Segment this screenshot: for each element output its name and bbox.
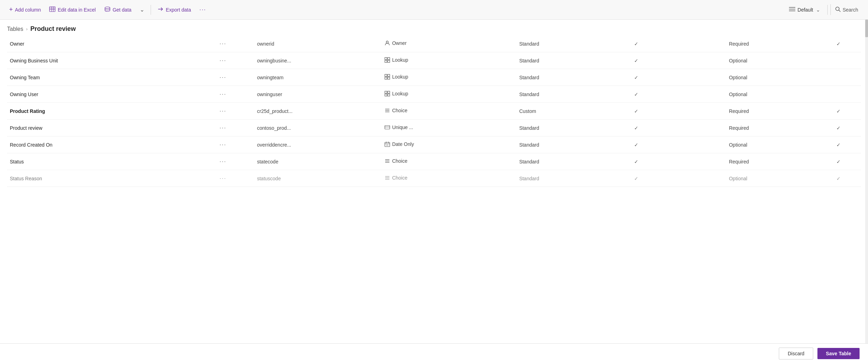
type-label: Lookup (392, 57, 408, 63)
required-status: Optional (729, 58, 747, 63)
breadcrumb-tables-link[interactable]: Tables (7, 26, 23, 32)
table-row: Status Reason ··· statuscode Choice Stan… (7, 170, 861, 187)
column-name: Product review (10, 125, 42, 131)
data-type: Lookup (384, 74, 408, 80)
row-menu-button[interactable]: ··· (219, 108, 226, 114)
add-column-button[interactable]: + Add column (6, 4, 44, 15)
searchable-check: ✓ (634, 58, 638, 63)
row-menu-button[interactable]: ··· (219, 74, 226, 80)
breadcrumb-separator: › (26, 26, 27, 32)
category: Standard (519, 92, 539, 97)
required-check: ✓ (836, 108, 841, 114)
export-data-label: Export data (166, 7, 191, 13)
table-row: Owning Team ··· owningteam Lookup Standa… (7, 69, 861, 86)
svg-rect-20 (385, 91, 387, 93)
type-label: Owner (392, 40, 407, 46)
type-label: Choice (392, 108, 408, 113)
scroll-bar[interactable] (865, 20, 868, 343)
row-menu-button[interactable]: ··· (219, 58, 226, 63)
svg-line-10 (839, 10, 840, 12)
discard-button[interactable]: Discard (779, 348, 813, 359)
dropdown-button[interactable]: ⌄ (136, 4, 148, 15)
export-data-button[interactable]: Export data (154, 4, 195, 15)
toolbar-right: Default ⌄ Search (785, 4, 862, 15)
default-view-button[interactable]: Default ⌄ (785, 5, 824, 15)
logical-name: overriddencre... (257, 142, 291, 148)
search-icon (835, 6, 841, 13)
column-name: Owning Business Unit (10, 58, 58, 63)
category: Standard (519, 75, 539, 80)
menu-lines-icon (789, 7, 795, 13)
empty-col (666, 52, 726, 69)
searchable-check: ✓ (634, 108, 638, 114)
toolbar-divider (151, 5, 151, 15)
searchable-check: ✓ (634, 142, 638, 148)
svg-rect-27 (385, 126, 390, 129)
get-data-button[interactable]: Get data (101, 4, 135, 15)
category: Standard (519, 176, 539, 181)
svg-text:21: 21 (386, 144, 388, 146)
searchable-check: ✓ (634, 41, 638, 47)
data-type: Owner (384, 40, 407, 46)
required-status: Required (729, 125, 749, 131)
more-icon: ··· (199, 7, 206, 13)
search-label: Search (843, 7, 858, 13)
toolbar: + Add column Edit data in Excel Get data… (0, 0, 868, 20)
save-table-button[interactable]: Save Table (817, 348, 860, 359)
empty-col (666, 69, 726, 86)
type-label: Date Only (392, 141, 414, 147)
svg-rect-14 (385, 60, 387, 62)
export-icon (157, 6, 164, 13)
column-name: Owner (10, 41, 24, 47)
category: Custom (519, 108, 536, 114)
empty-col (666, 170, 726, 187)
data-type: Lookup (384, 57, 408, 63)
type-label: Lookup (392, 91, 408, 96)
column-name: Owning Team (10, 75, 40, 80)
scroll-thumb[interactable] (865, 20, 868, 37)
required-status: Optional (729, 142, 747, 148)
more-button[interactable]: ··· (196, 5, 210, 15)
default-label: Default (797, 7, 813, 13)
table-row: Record Created On ··· overriddencre... 2… (7, 136, 861, 153)
required-status: Optional (729, 176, 747, 181)
search-divider (827, 5, 828, 15)
row-menu-button[interactable]: ··· (219, 125, 226, 131)
svg-rect-12 (385, 58, 387, 60)
required-check: ✓ (836, 142, 841, 148)
svg-rect-15 (388, 60, 390, 62)
row-menu-button[interactable]: ··· (219, 175, 226, 181)
empty-col (666, 153, 726, 170)
svg-rect-23 (388, 94, 390, 96)
logical-name: cr25d_product... (257, 108, 292, 114)
svg-rect-19 (388, 77, 390, 79)
type-label: Choice (392, 175, 408, 181)
empty-col (666, 120, 726, 136)
edit-excel-button[interactable]: Edit data in Excel (46, 4, 99, 15)
svg-rect-18 (385, 77, 387, 79)
logical-name: owningbusine... (257, 58, 291, 63)
data-type: Choice (384, 108, 408, 113)
empty-col (666, 103, 726, 120)
type-label: Choice (392, 158, 408, 164)
row-menu-button[interactable]: ··· (219, 41, 226, 47)
required-check: ✓ (836, 125, 841, 131)
searchable-check: ✓ (634, 75, 638, 80)
breadcrumb: Tables › Product review (0, 20, 868, 35)
logical-name: contoso_prod... (257, 125, 291, 131)
get-data-label: Get data (113, 7, 132, 13)
data-type: Lookup (384, 91, 408, 96)
svg-rect-22 (385, 94, 387, 96)
add-column-label: Add column (15, 7, 41, 13)
table-row: Owning Business Unit ··· owningbusine...… (7, 52, 861, 69)
required-check: ✓ (836, 176, 841, 181)
row-menu-button[interactable]: ··· (219, 142, 226, 148)
search-button[interactable]: Search (830, 4, 862, 15)
row-menu-button[interactable]: ··· (219, 91, 226, 97)
required-status: Optional (729, 75, 747, 80)
table-row: Status ··· statecode Choice Standard ✓ R… (7, 153, 861, 170)
category: Standard (519, 58, 539, 63)
row-menu-button[interactable]: ··· (219, 159, 226, 164)
data-type: Choice (384, 158, 408, 164)
logical-name: owningteam (257, 75, 284, 80)
